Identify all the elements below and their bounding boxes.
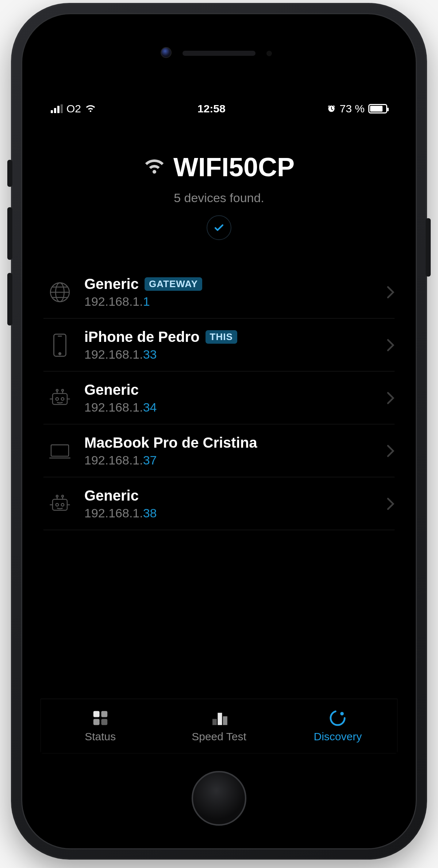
tab-discovery[interactable]: Discovery [278, 699, 397, 753]
wifi-large-icon [143, 158, 165, 176]
gateway-badge: GATEWAY [145, 277, 202, 291]
svg-rect-29 [212, 719, 217, 725]
mute-switch [7, 160, 12, 187]
alarm-icon [327, 104, 336, 113]
device-row[interactable]: Generic 192.168.1.34 [43, 371, 395, 424]
phone-frame: O2 12:58 73 % [11, 3, 427, 860]
robot-icon [43, 495, 76, 513]
device-name-label: Generic [84, 276, 139, 292]
device-ip: 192.168.1.1 [84, 294, 379, 309]
laptop-icon [43, 442, 76, 460]
tab-bar: Status Speed Test [41, 699, 397, 753]
device-ip: 192.168.1.38 [84, 506, 379, 520]
device-name-label: MacBook Pro de Cristina [84, 435, 257, 451]
device-ip: 192.168.1.33 [84, 347, 379, 362]
tab-status[interactable]: Status [41, 699, 160, 753]
svg-point-22 [62, 495, 64, 497]
check-icon [213, 221, 225, 234]
sensor [266, 51, 272, 56]
tab-label: Status [85, 730, 116, 743]
svg-rect-25 [93, 711, 99, 717]
phone-icon [43, 333, 76, 357]
header: WIFI50CP 5 devices found. [41, 119, 397, 240]
svg-point-8 [61, 398, 64, 401]
carrier-label: O2 [66, 103, 81, 115]
device-name-label: iPhone de Pedro [84, 329, 200, 345]
radar-icon [329, 709, 346, 727]
svg-point-10 [56, 389, 58, 391]
svg-point-20 [56, 495, 58, 497]
device-name-label: Generic [84, 382, 139, 398]
chevron-right-icon [387, 497, 395, 510]
device-row[interactable]: MacBook Pro de Cristina 192.168.1.37 [43, 424, 395, 477]
tab-speed-test[interactable]: Speed Test [160, 699, 278, 753]
devices-found-label: 5 devices found. [41, 191, 397, 205]
svg-point-17 [56, 504, 59, 506]
grid-icon [92, 709, 109, 727]
phone-body: O2 12:58 73 % [21, 13, 417, 849]
device-row[interactable]: Generic 192.168.1.38 [43, 477, 395, 530]
device-ip: 192.168.1.37 [84, 453, 379, 467]
svg-rect-26 [101, 711, 107, 717]
front-camera [161, 47, 172, 58]
status-time: 12:58 [197, 103, 226, 115]
svg-rect-31 [223, 716, 227, 725]
volume-up-button [7, 207, 12, 260]
scan-complete-indicator[interactable] [207, 215, 231, 240]
chevron-right-icon [387, 339, 395, 352]
tab-label: Discovery [314, 730, 362, 743]
bars-icon [210, 709, 228, 727]
volume-down-button [7, 273, 12, 325]
svg-point-7 [56, 398, 59, 401]
earpiece [182, 51, 256, 56]
device-row-this[interactable]: iPhone de Pedro THIS 192.168.1.33 [43, 319, 395, 371]
globe-icon [43, 281, 76, 304]
chevron-right-icon [387, 391, 395, 405]
tab-label: Speed Test [192, 730, 246, 743]
home-button[interactable] [192, 771, 246, 826]
battery-icon [368, 104, 387, 113]
robot-icon [43, 389, 76, 407]
signal-icon [51, 104, 63, 113]
svg-rect-28 [101, 719, 107, 725]
device-list: Generic GATEWAY 192.168.1.1 [41, 266, 397, 530]
chevron-right-icon [387, 444, 395, 458]
screen: O2 12:58 73 % [41, 98, 397, 753]
svg-point-18 [61, 504, 64, 506]
device-ip: 192.168.1.34 [84, 400, 379, 414]
wifi-icon [85, 104, 96, 113]
svg-rect-27 [93, 719, 99, 725]
svg-point-4 [59, 353, 61, 355]
svg-point-12 [62, 389, 64, 391]
device-name-label: Generic [84, 487, 139, 504]
this-device-badge: THIS [205, 330, 237, 344]
status-bar: O2 12:58 73 % [41, 98, 397, 119]
svg-rect-30 [218, 713, 222, 725]
svg-point-33 [341, 712, 344, 715]
power-button [426, 218, 431, 277]
svg-rect-15 [51, 445, 69, 456]
battery-percent: 73 % [340, 103, 365, 115]
device-row-gateway[interactable]: Generic GATEWAY 192.168.1.1 [43, 266, 395, 319]
network-name: WIFI50CP [173, 152, 295, 182]
chevron-right-icon [387, 286, 395, 299]
